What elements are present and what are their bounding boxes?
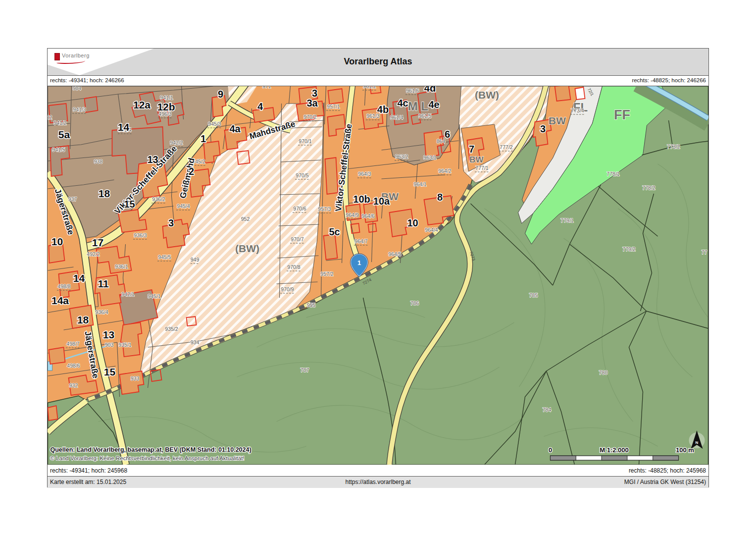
house-number-label: 10b bbox=[353, 194, 370, 205]
parcel-number-label: 961/5 bbox=[418, 113, 431, 119]
parcel-number-label: 938 bbox=[94, 159, 103, 164]
parcel-number-label: 970/1 bbox=[299, 138, 311, 144]
house-number-label: 15 bbox=[104, 366, 116, 377]
house-number-label: 14 bbox=[118, 121, 130, 133]
house-number-label: 10 bbox=[407, 217, 418, 228]
parcel-number-label: 970/9 bbox=[281, 286, 294, 292]
coordinate-strip-bottom: rechts: -49341; hoch: 245968 rechts: -48… bbox=[48, 465, 708, 477]
house-number-label: 2 bbox=[189, 166, 194, 177]
parcel-number-label: 941/5 bbox=[52, 147, 65, 153]
parcel-number-label: 964/1 bbox=[413, 181, 426, 187]
house-number-label: 10a bbox=[373, 196, 390, 207]
zone-code-label: M L bbox=[408, 100, 428, 113]
house-number-label: 14 bbox=[73, 272, 85, 284]
parcel-number-label: 971 bbox=[262, 86, 271, 89]
parcel-number-label: 934 bbox=[191, 339, 200, 345]
parcel-number-label: 964/9 bbox=[346, 212, 358, 218]
house-number-label: 7 bbox=[469, 144, 474, 155]
house-number-label: 3a bbox=[306, 98, 318, 108]
scale-max: 100 m bbox=[676, 446, 694, 454]
parcel-number-label: 935/1 bbox=[118, 342, 131, 348]
parcel-number-label: 787 bbox=[301, 367, 309, 373]
parcel-number-label: 941/3 bbox=[73, 107, 86, 112]
logo-text: Vorarlberg bbox=[62, 53, 90, 58]
zone-code-label: FF bbox=[614, 107, 630, 122]
parcel-number-label: 935/2 bbox=[165, 326, 178, 332]
house-number-label: 8 bbox=[437, 192, 443, 203]
north-label: N bbox=[696, 440, 699, 445]
parcel-number-label: 970/6 bbox=[293, 206, 306, 212]
footer-bar: https://atlas.vorarlberg.at Karte erstel… bbox=[48, 477, 708, 488]
parcel-number-label: 970/2 bbox=[303, 114, 316, 120]
parcel-number-label: 945/1 bbox=[148, 293, 160, 299]
parcel-number-label: 964/6 bbox=[361, 213, 374, 219]
house-number-label: 4c bbox=[397, 98, 408, 108]
parcel-number-label: 970/5 bbox=[296, 172, 308, 178]
sources-line1: Quellen: Land Vorarlberg, basemap.at, BE… bbox=[50, 446, 252, 453]
parcel-number-label: 970/8 bbox=[287, 264, 300, 270]
house-number-label: 13 bbox=[147, 154, 158, 165]
parcel-number-label: 942/1 bbox=[121, 291, 134, 297]
parcel-number-label: 964/7 bbox=[354, 238, 367, 244]
parcel-number-label: 945/5 bbox=[158, 254, 171, 260]
parcel-number-label: 492/2 bbox=[87, 251, 100, 257]
house-number-label: 6 bbox=[445, 129, 450, 140]
parcel-number-label: 963/1 bbox=[423, 155, 436, 160]
zone-code-label: BW bbox=[549, 115, 566, 126]
parcel-number-label: 864 bbox=[437, 138, 446, 144]
parcel-number-label: 780 bbox=[599, 370, 608, 375]
parcel-number-label: 964/5 bbox=[388, 251, 401, 257]
parcel-number-label: 963/2 bbox=[395, 154, 408, 160]
coordinate-strip-top: rechts: -49341; hoch: 246266 rechts: -48… bbox=[48, 76, 708, 86]
sources-line2: © Land Vorarlberg: Keine Rechtsverbindli… bbox=[50, 455, 245, 461]
parcel-number-label: 82 bbox=[48, 114, 52, 120]
house-number-label: 4a bbox=[229, 123, 241, 134]
page-title: Vorarlberg Atlas bbox=[48, 56, 708, 67]
parcel-number-label: 936/3 bbox=[134, 232, 147, 238]
parcel-number-label: 964/3 bbox=[358, 171, 371, 177]
parcel-number-label: 945/4 bbox=[177, 203, 190, 209]
map-canvas[interactable]: (BW)M LBWFLFFBWBW(BW) 984941/3941/282941… bbox=[48, 86, 708, 465]
coord-top-left: rechts: -49341; hoch: 246266 bbox=[50, 77, 124, 83]
parcel-number-label: 952 bbox=[241, 216, 250, 222]
parcel-number-label: 786 bbox=[410, 300, 419, 306]
house-number-label: 3 bbox=[312, 88, 317, 99]
house-number-label: 4d bbox=[424, 86, 436, 94]
parcel-number-label: 961/4 bbox=[390, 114, 403, 120]
house-number-label: 3 bbox=[168, 217, 174, 228]
parcel-number-label: 785 bbox=[529, 292, 538, 298]
vorarlberg-atlas-page: Vorarlberg Atlas Vorarlberg rechts: -493… bbox=[0, 0, 756, 535]
house-number-label: 10 bbox=[51, 236, 63, 247]
parcel-number-label: 961/2 bbox=[363, 86, 376, 89]
footer-url: https://atlas.vorarlberg.at bbox=[48, 479, 708, 485]
house-number-label: 11 bbox=[98, 278, 109, 289]
parcel-number-label: 777/1 bbox=[475, 165, 488, 171]
zone-code-label: (BW) bbox=[475, 89, 499, 101]
parcel-number-label: 984 bbox=[73, 86, 82, 91]
parcel-number-label: 955 bbox=[307, 302, 316, 308]
coord-bottom-left: rechts: -49341; hoch: 245968 bbox=[50, 467, 127, 474]
parcel-number-label: 941/1 bbox=[160, 95, 173, 101]
parcel-number-label: 964/2 bbox=[438, 168, 451, 174]
house-number-label: 18 bbox=[99, 188, 110, 199]
map-document: Vorarlberg Atlas Vorarlberg rechts: -493… bbox=[47, 48, 709, 487]
parcel-number-label: 941/2 bbox=[53, 120, 66, 126]
house-number-label: 4 bbox=[257, 101, 263, 112]
zone-code-label: BW bbox=[469, 155, 484, 164]
parcel-number-label: 773/2 bbox=[667, 144, 680, 150]
parcel-number-label: 932 bbox=[69, 382, 78, 388]
parcel-number-label: 949 bbox=[191, 257, 200, 263]
parcel-number-label: 498/7 bbox=[66, 341, 79, 347]
house-number-label: 13 bbox=[103, 329, 114, 340]
house-number-label: 12a bbox=[133, 99, 151, 110]
scale-ratio: M 1:2.000 bbox=[600, 446, 629, 454]
parcel-number-label: 964/4 bbox=[425, 227, 438, 233]
house-number-label: 5c bbox=[329, 226, 340, 237]
parcel-number-label: 777/2 bbox=[500, 144, 512, 150]
footer-crs: MGI / Austria GK West (31254) bbox=[624, 479, 706, 485]
parcel-number-label: 903 bbox=[105, 342, 114, 348]
map-viewport[interactable]: (BW)M LBWFLFFBWBW(BW) 984941/3941/282941… bbox=[48, 86, 708, 465]
parcel-number-label: 961/6 bbox=[406, 88, 419, 94]
house-number-label: 4b bbox=[377, 104, 389, 115]
parcel-number-label: 957/3 bbox=[318, 206, 331, 212]
